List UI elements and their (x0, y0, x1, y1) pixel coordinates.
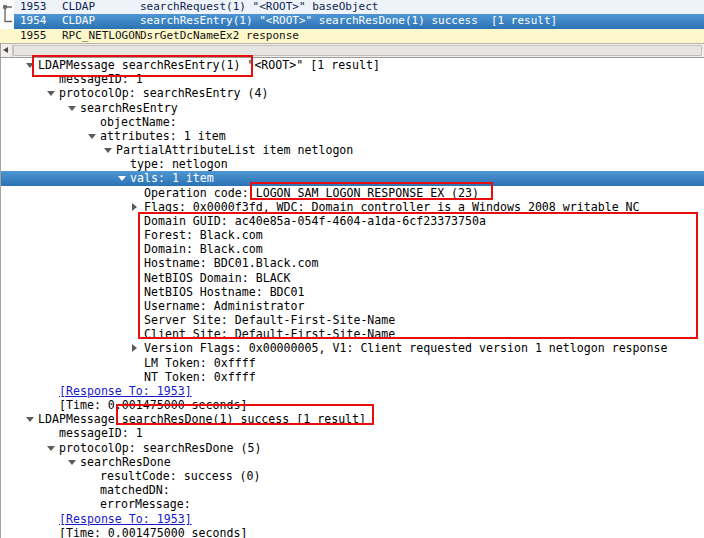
tree-row[interactable]: [Response To: 1953] (1, 512, 704, 526)
tree-row-label: Operation code: LOGON_SAM_LOGON_RESPONSE… (144, 186, 479, 200)
tree-row[interactable]: PartialAttributeList item netlogon (1, 143, 704, 157)
tree-row[interactable]: type: netlogon (1, 157, 704, 171)
wireshark-window: 1953CLDAPsearchRequest(1) "<ROOT>" baseO… (0, 0, 704, 538)
packet-info: DsrGetDcNameEx2 response (140, 29, 704, 43)
tree-row-label: Flags: 0x0000f3fd, WDC: Domain controlle… (144, 200, 640, 214)
tree-row[interactable]: Forest: Black.com (1, 228, 704, 242)
tree-row[interactable]: messageID: 1 (1, 426, 704, 440)
packet-detail-tree: LDAPMessage searchResEntry(1) "<ROOT>" [… (0, 58, 704, 538)
tree-row-label: PartialAttributeList item netlogon (116, 143, 353, 157)
tree-row[interactable]: Domain: Black.com (1, 242, 704, 256)
tree-row-label: Username: Administrator (144, 299, 305, 313)
tree-row-label: Version Flags: 0x00000005, V1: Client re… (144, 341, 668, 355)
packet-row[interactable]: 1953CLDAPsearchRequest(1) "<ROOT>" baseO… (0, 0, 704, 14)
packet-protocol: CLDAP (62, 14, 140, 28)
tree-row[interactable]: Hostname: BDC01.Black.com (1, 256, 704, 270)
expander-open-icon[interactable] (68, 460, 76, 465)
tree-row[interactable]: searchResDone (1, 455, 704, 469)
tree-row[interactable]: LDAPMessage searchResEntry(1) "<ROOT>" [… (1, 58, 704, 72)
packet-list: 1953CLDAPsearchRequest(1) "<ROOT>" baseO… (0, 0, 704, 43)
packet-number: 1954 (14, 14, 62, 28)
packet-protocol: CLDAP (62, 0, 140, 14)
tree-row-label: objectName: (100, 115, 184, 129)
expander-open-icon[interactable] (26, 63, 34, 68)
tree-row-label: Server Site: Default-First-Site-Name (144, 313, 395, 327)
tree-row-label: protocolOp: searchResDone (5) (59, 441, 261, 455)
tree-row[interactable]: messageID: 1 (1, 72, 704, 86)
tree-row-label: LDAPMessage searchResDone(1) success [1 … (38, 412, 366, 426)
packet-row[interactable]: 1955RPC_NETLOGONDsrGetDcNameEx2 response (0, 29, 704, 43)
tree-row[interactable]: NetBIOS Domain: BLACK (1, 271, 704, 285)
tree-row-label: messageID: 1 (59, 426, 143, 440)
tree-row[interactable]: Operation code: LOGON_SAM_LOGON_RESPONSE… (1, 186, 704, 200)
related-packet-gutter (0, 14, 14, 28)
tree-row[interactable]: NetBIOS Hostname: BDC01 (1, 285, 704, 299)
expander-closed-icon[interactable] (132, 344, 137, 352)
tree-row-label: protocolOp: searchResEntry (4) (59, 86, 268, 100)
tree-row[interactable]: Server Site: Default-First-Site-Name (1, 313, 704, 327)
tree-row-label: Hostname: BDC01.Black.com (144, 256, 319, 270)
tree-row[interactable]: Flags: 0x0000f3fd, WDC: Domain controlle… (1, 200, 704, 214)
response-to-link[interactable]: [Response To: 1953] (59, 512, 192, 526)
tree-row[interactable]: protocolOp: searchResEntry (4) (1, 86, 704, 100)
packet-row[interactable]: 1954CLDAPsearchResEntry(1) "<ROOT>" sear… (0, 14, 704, 28)
tree-row[interactable]: resultCode: success (0) (1, 469, 704, 483)
packet-info: searchRequest(1) "<ROOT>" baseObject (140, 0, 704, 14)
tree-row-label: Domain: Black.com (144, 242, 263, 256)
tree-row[interactable]: [Time: 0.001475000 seconds] (1, 398, 704, 412)
tree-row-label: searchResDone (80, 455, 171, 469)
tree-row-label: errorMessage: (100, 497, 198, 511)
tree-row[interactable]: Username: Administrator (1, 299, 704, 313)
tree-row-label: vals: 1 item (130, 171, 214, 185)
tree-row[interactable]: [Time: 0.001475000 seconds] (1, 526, 704, 538)
expander-open-icon[interactable] (26, 417, 34, 422)
scroll-left-button[interactable] (1, 44, 13, 57)
related-packet-gutter (0, 0, 14, 14)
tree-row[interactable]: Domain GUID: ac40e85a-054f-4604-a1da-6cf… (1, 214, 704, 228)
packet-info: searchResEntry(1) "<ROOT>" searchResDone… (140, 14, 704, 28)
tree-row-label: Domain GUID: ac40e85a-054f-4604-a1da-6cf… (144, 214, 486, 228)
expander-open-icon[interactable] (47, 446, 55, 451)
packet-number: 1953 (14, 0, 62, 14)
response-to-link[interactable]: [Response To: 1953] (59, 384, 192, 398)
tree-row-label: messageID: 1 (59, 72, 143, 86)
expander-open-icon[interactable] (118, 176, 126, 181)
tree-row[interactable]: objectName: (1, 115, 704, 129)
tree-row[interactable]: LDAPMessage searchResDone(1) success [1 … (1, 412, 704, 426)
tree-row[interactable]: Version Flags: 0x00000005, V1: Client re… (1, 341, 704, 355)
tree-row[interactable]: vals: 1 item (1, 171, 704, 185)
tree-row[interactable]: Client Site: Default-First-Site-Name (1, 327, 704, 341)
tree-row-label: LDAPMessage searchResEntry(1) "<ROOT>" [… (38, 58, 380, 72)
expander-open-icon[interactable] (104, 148, 112, 153)
tree-row-label: Forest: Black.com (144, 228, 263, 242)
expander-closed-icon[interactable] (132, 203, 137, 211)
tree-row[interactable]: matchedDN: (1, 483, 704, 497)
horizontal-scrollbar[interactable] (0, 43, 704, 58)
related-packet-gutter (0, 29, 14, 43)
expander-open-icon[interactable] (47, 91, 55, 96)
packet-number: 1955 (14, 29, 62, 43)
tree-row-label: [Time: 0.001475000 seconds] (59, 398, 247, 412)
tree-row[interactable]: searchResEntry (1, 101, 704, 115)
tree-row-label: matchedDN: (100, 483, 177, 497)
tree-row-label: searchResEntry (80, 101, 178, 115)
tree-row[interactable]: NT Token: 0xffff (1, 370, 704, 384)
tree-row[interactable]: errorMessage: (1, 497, 704, 511)
tree-row-label: LM Token: 0xffff (144, 356, 256, 370)
expander-open-icon[interactable] (68, 106, 76, 111)
tree-row[interactable]: protocolOp: searchResDone (5) (1, 441, 704, 455)
tree-row-label: resultCode: success (0) (100, 469, 261, 483)
tree-row-label: attributes: 1 item (100, 129, 226, 143)
tree-row-label: NetBIOS Domain: BLACK (144, 271, 291, 285)
tree-row-label: [Time: 0.001475000 seconds] (59, 526, 247, 538)
left-arrow-icon (3, 47, 8, 53)
expander-open-icon[interactable] (88, 134, 96, 139)
tree-row[interactable]: LM Token: 0xffff (1, 356, 704, 370)
tree-row[interactable]: [Response To: 1953] (1, 384, 704, 398)
tree-row[interactable]: attributes: 1 item (1, 129, 704, 143)
tree-row-label: NetBIOS Hostname: BDC01 (144, 285, 305, 299)
packet-protocol: RPC_NETLOGON (62, 29, 140, 43)
tree-row-label: type: netlogon (130, 157, 228, 171)
tree-row-label: NT Token: 0xffff (144, 370, 256, 384)
scrollbar-thumb[interactable] (13, 45, 702, 56)
